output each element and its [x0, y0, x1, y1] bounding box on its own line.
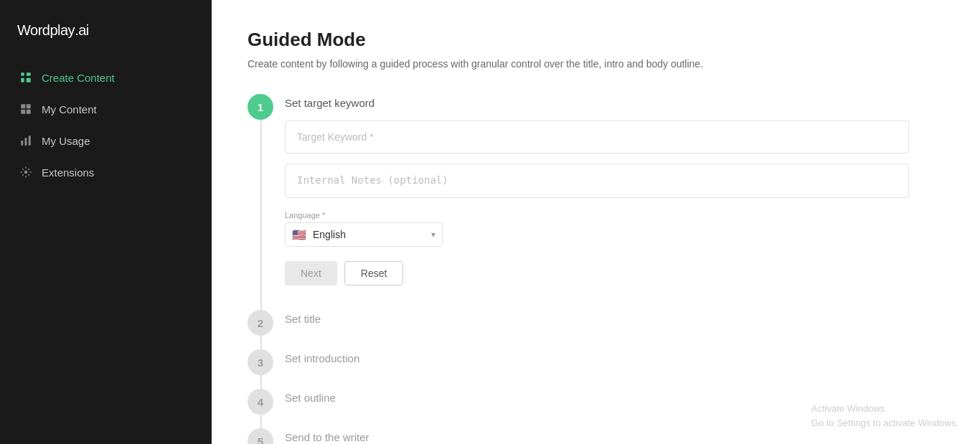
svg-rect-0 — [21, 72, 24, 76]
button-row: Next Reset — [285, 261, 951, 285]
step-1-content: Set target keyword Language * 🇺🇸 English… — [285, 93, 951, 303]
language-select-wrapper: 🇺🇸 English Spanish French German Italian… — [285, 222, 443, 247]
language-select[interactable]: English Spanish French German Italian — [285, 222, 443, 247]
flag-icon: 🇺🇸 — [292, 230, 306, 240]
svg-rect-3 — [27, 78, 31, 82]
step-5-label: Send to the writer — [285, 427, 951, 443]
step-2-badge: 2 — [248, 310, 273, 336]
step-5-content: Send to the writer — [285, 427, 951, 444]
my-usage-icon — [19, 133, 33, 148]
step-5-row: 5 Send to the writer — [248, 427, 951, 444]
step-4-content: Set outline — [285, 387, 951, 421]
main-content: Guided Mode Create content by following … — [212, 0, 980, 444]
page-title: Guided Mode — [248, 29, 951, 51]
svg-rect-6 — [29, 136, 31, 146]
create-content-icon — [19, 70, 33, 85]
reset-button[interactable]: Reset — [344, 261, 404, 285]
sidebar-item-my-content[interactable]: My Content — [9, 95, 203, 123]
sidebar-item-label: My Usage — [42, 135, 90, 147]
logo: Wordplay.ai — [0, 0, 212, 63]
step-4-row: 4 Set outline — [248, 387, 951, 421]
target-keyword-group — [285, 121, 951, 153]
step-3-badge: 3 — [248, 349, 273, 375]
step-2-content: Set title — [285, 308, 951, 342]
page-subtitle: Create content by following a guided pro… — [248, 58, 951, 70]
logo-suffix: .ai — [75, 22, 89, 38]
language-label: Language * — [285, 211, 951, 219]
next-button[interactable]: Next — [285, 261, 337, 285]
step-5-badge: 5 — [248, 428, 273, 444]
step-2-label: Set title — [285, 308, 951, 325]
sidebar-item-label: Create Content — [42, 72, 115, 84]
sidebar: Wordplay.ai Create Content My Content My… — [0, 0, 212, 444]
svg-rect-5 — [25, 138, 27, 146]
svg-point-7 — [24, 171, 28, 174]
step-2-row: 2 Set title — [248, 308, 951, 342]
step-3-row: 3 Set introduction — [248, 348, 951, 382]
extensions-icon — [19, 165, 33, 179]
step-1-badge: 1 — [248, 94, 273, 120]
sidebar-item-my-usage[interactable]: My Usage — [9, 126, 203, 155]
sidebar-item-label: My Content — [42, 103, 97, 115]
internal-notes-input[interactable] — [285, 164, 909, 198]
internal-notes-group — [285, 164, 951, 201]
target-keyword-input[interactable] — [285, 121, 909, 153]
step-1-label: Set target keyword — [285, 93, 951, 109]
logo-main: Wordplay — [17, 22, 75, 38]
step-3-content: Set introduction — [285, 348, 951, 382]
svg-rect-1 — [21, 78, 24, 82]
step-3-label: Set introduction — [285, 348, 951, 364]
logo-text: Wordplay.ai — [17, 17, 89, 40]
sidebar-item-extensions[interactable]: Extensions — [9, 158, 203, 186]
sidebar-item-create-content[interactable]: Create Content — [9, 63, 203, 92]
step-1-row: 1 Set target keyword Language * 🇺🇸 Engli… — [248, 93, 951, 303]
sidebar-item-label: Extensions — [42, 166, 94, 179]
sidebar-nav: Create Content My Content My Usage Exten… — [0, 63, 212, 186]
svg-rect-4 — [21, 141, 23, 146]
step-4-badge: 4 — [248, 389, 273, 415]
svg-rect-2 — [27, 72, 31, 76]
steps-container: 1 Set target keyword Language * 🇺🇸 Engli… — [248, 93, 951, 444]
my-content-icon — [19, 102, 33, 116]
step-4-label: Set outline — [285, 387, 951, 404]
language-group: Language * 🇺🇸 English Spanish French Ger… — [285, 211, 951, 247]
